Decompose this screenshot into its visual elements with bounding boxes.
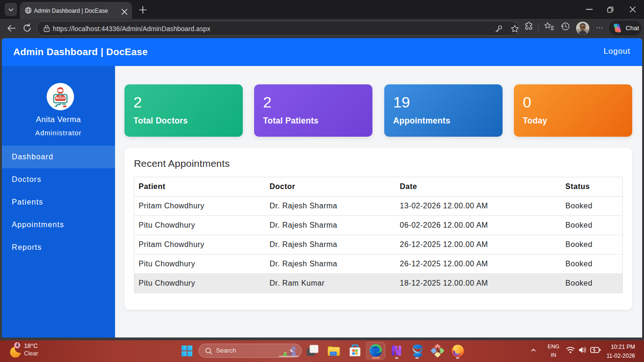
svg-text:ADMIN: ADMIN	[57, 97, 64, 99]
